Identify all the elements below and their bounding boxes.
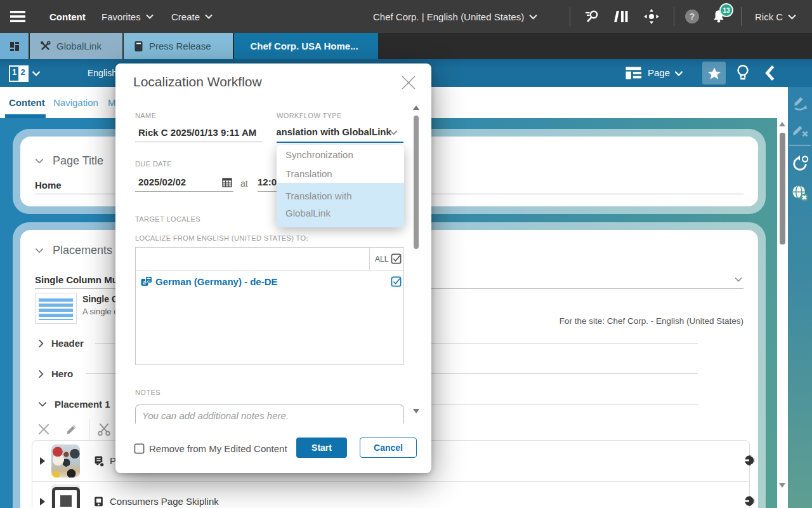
main-scrollbar[interactable] xyxy=(777,87,788,508)
locale-globe-icon[interactable] xyxy=(744,455,756,466)
page-title-field-value[interactable]: Home xyxy=(35,180,62,190)
tab-chef-corp-home[interactable]: Chef Corp. USA Home... xyxy=(234,33,378,59)
page-title-section-header[interactable]: Page Title xyxy=(35,154,103,168)
modal-title: Localization Workflow xyxy=(133,74,262,90)
modal-scroll-up[interactable] xyxy=(413,105,419,110)
library-icon xyxy=(614,9,629,24)
divider xyxy=(741,7,742,26)
dashboard-icon xyxy=(9,41,20,52)
chevron-down-icon xyxy=(35,158,44,164)
chevron-down-icon[interactable] xyxy=(32,70,41,76)
section-hero[interactable]: Hero xyxy=(38,368,73,379)
option-translation-with-globallink[interactable]: Translation with GlobalLink xyxy=(277,183,404,227)
search-icon xyxy=(584,9,600,24)
layout-select-value[interactable]: Single Column Mul xyxy=(35,274,121,285)
option-translation[interactable]: Translation xyxy=(277,164,404,183)
due-time-value[interactable]: 12:0 xyxy=(258,177,277,187)
edit-pencil-icon[interactable] xyxy=(65,422,79,436)
expand-row-icon[interactable] xyxy=(40,498,45,505)
dashboard-tab[interactable] xyxy=(0,33,29,59)
help-button[interactable]: ? xyxy=(685,0,699,33)
chevron-down-icon xyxy=(390,130,398,135)
locale-search-input[interactable] xyxy=(140,250,364,268)
nav-favorites[interactable]: Favorites xyxy=(102,0,154,33)
locale-name[interactable]: German (Germany) - de-DE xyxy=(155,276,278,287)
section-header[interactable]: Header xyxy=(38,338,84,349)
right-action-sidebar xyxy=(788,87,812,508)
divider xyxy=(789,145,811,145)
site-selector[interactable]: Chef Corp. | English (United States) xyxy=(373,0,537,33)
chevron-down-icon xyxy=(146,14,154,19)
tab-navigation[interactable]: Navigation xyxy=(53,87,98,118)
nav-create[interactable]: Create xyxy=(171,0,213,33)
modal-close-icon[interactable] xyxy=(400,74,417,91)
component-thumbnail-box xyxy=(51,485,80,508)
tab-globallink[interactable]: GlobalLink xyxy=(30,33,122,59)
layout-thumb-desc: A single c xyxy=(82,307,118,316)
screen: Content Favorites Create Chef Corp. | En… xyxy=(0,0,812,508)
hamburger-menu-button[interactable] xyxy=(10,0,25,33)
hamburger-icon xyxy=(10,10,25,23)
field-underline xyxy=(135,191,233,192)
all-label: ALL xyxy=(375,255,388,264)
tab-content[interactable]: Content xyxy=(9,87,45,118)
all-checkbox-checked[interactable] xyxy=(391,253,402,264)
sync-icon[interactable] xyxy=(790,154,809,173)
locator-icon xyxy=(643,8,660,25)
expand-row-icon[interactable] xyxy=(40,457,45,465)
nav-content[interactable]: Content xyxy=(49,0,86,33)
library-button[interactable] xyxy=(614,0,629,33)
option-synchronization[interactable]: Synchronization xyxy=(277,145,404,164)
layout-thumbnail[interactable] xyxy=(35,293,77,324)
remove-checkbox-unchecked[interactable] xyxy=(134,443,145,454)
locale-globe-icon[interactable] xyxy=(744,495,756,507)
lightbulb-icon[interactable] xyxy=(735,64,751,83)
modal-scroll-down[interactable] xyxy=(413,409,419,413)
chevron-down-icon[interactable] xyxy=(674,70,683,76)
scroll-up-arrow[interactable] xyxy=(779,122,785,126)
placements-section-header[interactable]: Placements xyxy=(35,244,112,257)
page-view-label[interactable]: Page xyxy=(648,67,670,78)
edit-discard-icon[interactable] xyxy=(790,120,809,139)
name-value[interactable]: Rick C 2025/01/13 9:11 AM xyxy=(138,127,256,138)
document-tabbar: GlobalLink Press Release Chef Corp. USA … xyxy=(0,33,812,59)
component-row[interactable]: Consumers Page Skiplink xyxy=(32,481,749,508)
divider xyxy=(369,248,370,270)
tab-label: GlobalLink xyxy=(56,41,102,51)
modal-scrollbar[interactable] xyxy=(412,103,421,427)
tab-press-release[interactable]: Press Release xyxy=(124,33,233,59)
notes-textarea[interactable] xyxy=(135,404,404,424)
localize-from-label: LOCALIZE FROM ENGLISH (UNITED STATES) TO… xyxy=(135,234,308,242)
remove-locale-globe-icon[interactable] xyxy=(790,184,809,203)
modal-scrollbar-thumb[interactable] xyxy=(414,116,419,249)
page-type-chip[interactable]: 1 2 xyxy=(9,65,29,82)
cancel-button[interactable]: Cancel xyxy=(360,438,417,458)
divider xyxy=(89,419,89,439)
locales-box: ALL a German (Germany) - de-DE xyxy=(135,247,404,365)
locator-button[interactable] xyxy=(643,0,660,33)
edit-redo-icon[interactable] xyxy=(790,92,809,111)
chevron-down-icon xyxy=(35,248,44,253)
scroll-down-arrow[interactable] xyxy=(779,483,785,488)
user-menu[interactable]: Rick C xyxy=(755,0,796,33)
scrollbar-thumb[interactable] xyxy=(780,133,785,244)
calendar-icon[interactable] xyxy=(222,177,232,187)
remove-checkbox-label[interactable]: Remove from My Edited Content xyxy=(149,443,287,454)
tab-label: Press Release xyxy=(149,41,211,51)
cut-scissors-icon[interactable] xyxy=(96,422,112,437)
section-placement-1[interactable]: Placement 1 xyxy=(38,399,110,410)
workflow-type-select[interactable]: Translation with GlobalLink xyxy=(277,122,403,143)
collapse-panel-icon[interactable] xyxy=(763,64,777,82)
workflow-type-label: WORKFLOW TYPE xyxy=(277,112,342,119)
due-date-value[interactable]: 2025/02/02 xyxy=(138,177,186,187)
notification-badge: 13 xyxy=(719,3,733,17)
chevron-down-icon xyxy=(205,14,213,19)
chevron-down-icon[interactable] xyxy=(735,277,742,282)
at-label: at xyxy=(240,178,248,189)
start-button[interactable]: Start xyxy=(296,438,347,458)
favorite-button[interactable] xyxy=(702,62,726,84)
locale-checkbox-checked[interactable] xyxy=(391,276,402,287)
advanced-search-button[interactable] xyxy=(584,0,600,33)
delete-icon[interactable] xyxy=(37,422,51,436)
locale-row[interactable]: a German (Germany) - de-DE xyxy=(136,271,403,293)
